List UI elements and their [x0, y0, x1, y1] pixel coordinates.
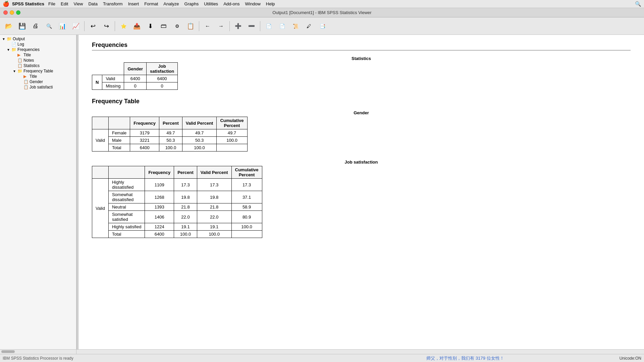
table-row: Total 6400 100.0 100.0: [92, 231, 262, 238]
ft-gender-icon: 📋: [23, 79, 29, 84]
log-icon: 📄: [11, 42, 17, 47]
app-name[interactable]: SPSS Statistics: [12, 1, 44, 6]
goto-data-button[interactable]: ⭐: [117, 20, 129, 32]
freq-notes-icon: 📋: [17, 58, 23, 63]
table-row: Total 6400 100.0 100.0: [92, 144, 248, 152]
menu-utilities[interactable]: Utilities: [201, 1, 221, 7]
run-button[interactable]: 📤: [131, 20, 143, 32]
promote-button[interactable]: 📄: [263, 20, 275, 32]
collapse-button[interactable]: ➖: [246, 20, 258, 32]
sidebar-item-ft-title[interactable]: ▶ Title: [0, 74, 76, 79]
jobsat-col-validpct: Valid Percent: [197, 166, 231, 179]
log-label: Log: [17, 42, 24, 47]
menu-insert[interactable]: Insert: [125, 1, 142, 7]
sidebar-item-output[interactable]: ▼ 📁 Output: [0, 36, 76, 42]
main-area: ▼ 📁 Output 📄 Log ▼ 📁 Frequencies ▶ Title…: [0, 35, 644, 349]
open-button[interactable]: 📂: [3, 20, 15, 32]
toolbar-separator-3: [199, 21, 199, 31]
sidebar-item-freq-table[interactable]: ▼ 📁 Frequency Table: [0, 68, 76, 74]
window-title: Output1 [Document1] - IBM SPSS Statistic…: [272, 10, 371, 15]
ft-gender-label: Gender: [30, 79, 43, 84]
sidebar-item-ft-gender[interactable]: 📋 Gender: [0, 79, 76, 84]
sidebar-hscroll[interactable]: [0, 350, 76, 354]
sidebar-item-log[interactable]: 📄 Log: [0, 42, 76, 47]
search-icon[interactable]: 🔍: [635, 1, 641, 7]
menu-bar: 🍎 SPSS Statistics File Edit View Data Tr…: [0, 0, 644, 8]
paste-button[interactable]: 📋: [184, 20, 197, 32]
demote-button[interactable]: 📄: [276, 20, 288, 32]
output-arrow: ▼: [1, 37, 6, 41]
apple-menu[interactable]: 🍎: [3, 1, 9, 7]
title-bar: Output1 [Document1] - IBM SPSS Statistic…: [0, 8, 644, 17]
frequency-table-heading: Frequency Table: [92, 98, 631, 105]
redo-button[interactable]: ↪: [100, 20, 112, 32]
frequencies-arrow: ▼: [6, 48, 11, 52]
navigate-back-button[interactable]: ←: [202, 20, 214, 32]
close-button[interactable]: [3, 10, 8, 15]
print-preview-button[interactable]: 🔍: [43, 20, 55, 32]
sidebar-item-frequencies[interactable]: ▼ 📁 Frequencies: [0, 47, 76, 52]
table-row: Missing 0 0: [92, 82, 178, 90]
frequencies-heading: Frequencies: [92, 42, 631, 51]
dialog-button[interactable]: ⚙: [171, 20, 183, 32]
bookmark-button[interactable]: 📜: [289, 20, 302, 32]
sidebar-item-freq-title[interactable]: ▶ Title: [0, 52, 76, 58]
undo-button[interactable]: ↩: [87, 20, 99, 32]
gender-col-pct: Percent: [159, 117, 182, 129]
output-folder-icon: 📁: [7, 37, 12, 41]
expand-button[interactable]: ➕: [232, 20, 244, 32]
freq-table-label: Frequency Table: [23, 69, 53, 73]
annotation-button[interactable]: 🖊: [303, 20, 315, 32]
table-row: Valid Highlydissatisfied 1109 17.3 17.3 …: [92, 179, 262, 191]
stats-col-gender: Gender: [124, 63, 147, 75]
menu-transform[interactable]: Transform: [100, 1, 125, 7]
sidebar-item-freq-notes[interactable]: 📋 Notes: [0, 58, 76, 63]
frequencies-label: Frequencies: [17, 47, 40, 52]
minimize-button[interactable]: [10, 10, 14, 15]
menu-format[interactable]: Format: [142, 1, 161, 7]
export-button[interactable]: 📊: [56, 20, 68, 32]
freq-table-arrow: ▼: [12, 69, 17, 73]
content-hscroll[interactable]: [76, 350, 644, 354]
menu-addons[interactable]: Add-ons: [221, 1, 242, 7]
freq-notes-label: Notes: [23, 58, 34, 63]
menu-help[interactable]: Help: [263, 1, 278, 7]
data-editor-button[interactable]: 🗃: [158, 20, 170, 32]
menu-edit[interactable]: Edit: [58, 1, 71, 7]
gender-section: Gender Frequency Percent Valid Percent C…: [92, 110, 631, 152]
chart-button[interactable]: 📈: [70, 20, 82, 32]
import-button[interactable]: ⬇: [144, 20, 156, 32]
menu-file[interactable]: File: [46, 1, 58, 7]
table-row: Male 3221 50.3 50.3 100.0: [92, 137, 248, 144]
menu-view[interactable]: View: [71, 1, 86, 7]
toolbar: 📂 💾 🖨 🔍 📊 📈 ↩ ↪ ⭐ 📤 ⬇ 🗃 ⚙ 📋 ← → ➕ ➖ 📄 📄 …: [0, 17, 644, 35]
ft-jobsat-label: Job satisfacti: [30, 85, 53, 89]
table-row: Valid Female 3179 49.7 49.7 49.7: [92, 129, 248, 137]
save-button[interactable]: 💾: [16, 20, 28, 32]
ft-title-label: Title: [30, 74, 37, 79]
window-controls: [3, 10, 20, 15]
maximize-button[interactable]: [16, 10, 20, 15]
menu-data[interactable]: Data: [86, 1, 100, 7]
freq-title-label: Title: [23, 53, 31, 57]
sidebar-item-freq-statistics[interactable]: 📋 Statistics: [0, 63, 76, 68]
menu-graphs[interactable]: Graphs: [182, 1, 202, 7]
content-area: Frequencies Statistics Gender Jobsatisfa…: [78, 35, 644, 349]
gender-col-freq: Frequency: [130, 117, 159, 129]
statusbar-center-text: 师父，对于性别，我们有 3179 位女性！: [311, 355, 619, 361]
unicode-status: Unicode:ON: [620, 356, 641, 361]
status-bar: IBM SPSS Statistics Processor is ready 师…: [0, 354, 644, 362]
freq-statistics-icon: 📋: [17, 63, 23, 68]
report-button[interactable]: 📑: [316, 20, 328, 32]
statistics-section: Statistics Gender Jobsatisfaction N Vali…: [92, 56, 631, 90]
toolbar-separator-1: [84, 21, 85, 31]
processor-status: IBM SPSS Statistics Processor is ready: [3, 356, 311, 361]
menu-window[interactable]: Window: [243, 1, 263, 7]
navigate-forward-button[interactable]: →: [215, 20, 227, 32]
jobsat-section: Job satisfaction Frequency Percent Valid…: [92, 160, 631, 238]
sidebar-item-ft-jobsat[interactable]: 📋 Job satisfacti: [0, 84, 76, 90]
jobsat-title: Job satisfaction: [92, 160, 631, 165]
toolbar-separator-2: [115, 21, 115, 31]
print-button[interactable]: 🖨: [30, 20, 42, 32]
menu-analyze[interactable]: Analyze: [161, 1, 181, 7]
